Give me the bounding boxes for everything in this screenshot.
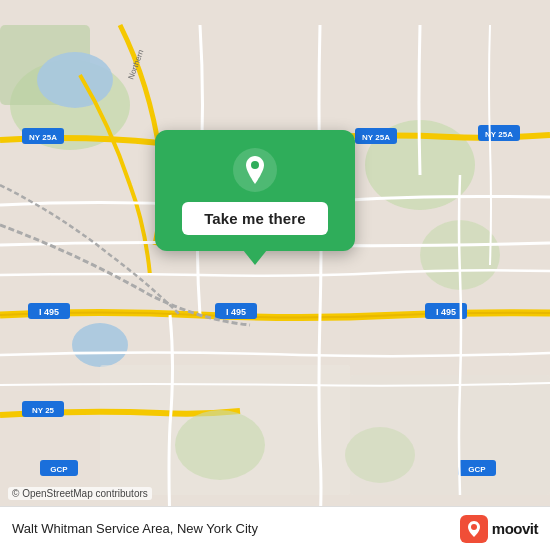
map-background: I 495 I 495 I 495 NY 25A NY 25A NY 25A N… [0, 0, 550, 550]
svg-text:I 495: I 495 [39, 307, 59, 317]
moovit-text: moovit [492, 520, 538, 537]
svg-point-4 [72, 323, 128, 367]
svg-point-28 [175, 410, 265, 480]
svg-text:I 495: I 495 [226, 307, 246, 317]
svg-point-33 [471, 524, 477, 530]
svg-text:NY 25A: NY 25A [29, 133, 57, 142]
osm-attribution: © OpenStreetMap contributors [8, 487, 152, 500]
svg-text:GCP: GCP [50, 465, 68, 474]
location-text: Walt Whitman Service Area, New York City [12, 521, 258, 536]
svg-point-3 [37, 52, 113, 108]
take-me-there-button[interactable]: Take me there [182, 202, 328, 235]
svg-text:NY 25: NY 25 [32, 406, 55, 415]
moovit-logo-icon [460, 515, 488, 543]
popup-card: Take me there [155, 130, 355, 251]
svg-text:I 495: I 495 [436, 307, 456, 317]
svg-text:GCP: GCP [468, 465, 486, 474]
map-container: I 495 I 495 I 495 NY 25A NY 25A NY 25A N… [0, 0, 550, 550]
moovit-logo: moovit [460, 515, 538, 543]
bottom-bar: Walt Whitman Service Area, New York City… [0, 506, 550, 550]
svg-point-29 [345, 427, 415, 483]
svg-point-31 [251, 161, 259, 169]
location-pin-icon [233, 148, 277, 192]
svg-text:NY 25A: NY 25A [362, 133, 390, 142]
